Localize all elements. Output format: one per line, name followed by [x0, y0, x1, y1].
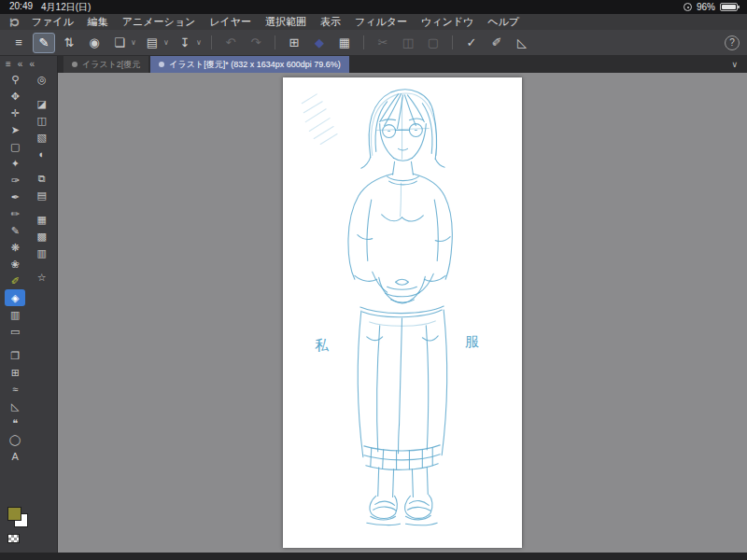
drawing-canvas[interactable]: 私 服: [283, 77, 522, 548]
text-tool-icon[interactable]: A: [5, 448, 25, 465]
eraser-hard-icon[interactable]: ◪: [32, 95, 52, 112]
color-swatches: [0, 503, 57, 553]
toolbar-icon: [211, 35, 212, 49]
bottom-edge-bar: [0, 553, 747, 560]
paste-icon[interactable]: ▢: [422, 33, 444, 53]
auto-select-tool-icon[interactable]: ✦: [5, 155, 25, 172]
menu-item[interactable]: 編集: [88, 15, 108, 29]
ellipse-tool-icon[interactable]: ◯: [5, 431, 25, 448]
menu-item[interactable]: レイヤー: [209, 15, 251, 29]
palette-icon: [32, 261, 52, 269]
toolbar-icon: [275, 35, 275, 49]
decoration-tool-icon[interactable]: ❀: [5, 256, 25, 273]
undo-icon[interactable]: ↶: [219, 33, 242, 53]
fill-tool-icon[interactable]: ◈: [5, 289, 25, 306]
new-canvas-chevron[interactable]: ∨: [129, 33, 138, 53]
canvas-workspace[interactable]: 私 服: [58, 73, 747, 553]
selection-tool-icon[interactable]: ▢: [5, 138, 25, 155]
quick-share-icon[interactable]: ◉: [83, 33, 106, 53]
collapse-palette-icon-2[interactable]: «: [29, 59, 35, 69]
import-icon[interactable]: ▤: [141, 33, 163, 53]
cut-icon[interactable]: ✂: [372, 33, 394, 53]
menu-item[interactable]: ウィンドウ: [421, 15, 473, 29]
menu-item[interactable]: アニメーション: [122, 15, 196, 29]
palette-icon: [32, 203, 52, 211]
navigator-palette-icon[interactable]: ▦: [32, 211, 52, 228]
palette-icon: [32, 88, 52, 95]
blend-tool-icon[interactable]: ❐: [5, 347, 25, 364]
quick-access-icon[interactable]: ◎: [32, 71, 52, 88]
move-layer-tool-icon[interactable]: ✛: [5, 105, 25, 121]
color-set-icon[interactable]: ▩: [32, 228, 52, 245]
transparent-color-swatch[interactable]: [7, 534, 20, 543]
figure-tool-icon[interactable]: ▭: [5, 323, 25, 340]
command-bar-icons: ≡✎⇅◉❏∨▤∨↧∨↶↷⊞◆▦✂◫▢✓✐◺: [7, 33, 533, 53]
canvas-tab-bar: イラスト2[復元 イラスト[復元]* (832 x 1634px 600dpi …: [58, 56, 747, 73]
palette-header: ≡ « «: [0, 56, 57, 71]
window-layout-icon[interactable]: ⊞: [283, 33, 305, 53]
battery-icon: [720, 3, 738, 11]
correct-line-tool-icon[interactable]: ≈: [5, 381, 25, 398]
menu-item[interactable]: 表示: [320, 15, 341, 29]
brush-tool-icon[interactable]: ✎: [5, 222, 25, 239]
airbrush-tool-icon[interactable]: ❋: [5, 239, 25, 256]
selection-launcher-icon[interactable]: ◆: [308, 33, 331, 53]
object-tool-icon[interactable]: ➤: [5, 121, 25, 138]
canvas-sketch: 私 服: [283, 77, 522, 548]
balloon-tool-icon[interactable]: ❝: [5, 414, 25, 431]
palette-icon: [32, 162, 52, 170]
unsaved-indicator-icon[interactable]: [159, 62, 164, 67]
layers-palette-icon[interactable]: ⧉: [32, 170, 52, 187]
import-chevron[interactable]: ∨: [162, 33, 171, 53]
pencil-tool-icon[interactable]: ✏: [5, 205, 25, 222]
redo-icon[interactable]: ↷: [245, 33, 267, 53]
ruler-pen-icon[interactable]: ✐: [486, 33, 508, 53]
frame-border-tool-icon[interactable]: ⊞: [5, 364, 25, 381]
pen-tool-icon[interactable]: ✒: [5, 189, 25, 205]
main-menu-icon[interactable]: ≡: [7, 33, 30, 53]
menu-item[interactable]: ファイル: [32, 15, 74, 29]
menu-item[interactable]: フィルター: [355, 15, 407, 29]
tool-switch-chevrons[interactable]: ⇅: [58, 33, 80, 53]
clip-studio-logo[interactable]: Ω: [7, 18, 21, 27]
canvas-tab[interactable]: イラスト2[復元: [63, 56, 148, 73]
zoom-tool-icon[interactable]: ⚲: [5, 71, 25, 88]
save-chevron[interactable]: ∨: [194, 33, 204, 53]
save-icon[interactable]: ↧: [174, 33, 196, 53]
perspective-ruler-icon[interactable]: ◺: [511, 33, 533, 53]
layer-property-icon[interactable]: ▤: [32, 187, 52, 203]
collapse-palette-icon[interactable]: «: [18, 59, 23, 69]
tool-icon: [5, 340, 25, 347]
crop-icon[interactable]: ▦: [333, 33, 356, 53]
timeline-icon[interactable]: ▥: [32, 245, 52, 261]
eraser-rough-icon[interactable]: ▧: [32, 129, 52, 146]
eyedropper-tool-icon[interactable]: ✑: [5, 172, 25, 189]
new-canvas-icon[interactable]: ❏: [108, 33, 131, 53]
material-palette-icon[interactable]: ☆: [32, 269, 52, 286]
sketch-label-right: 服: [465, 334, 479, 349]
gradient-tool-icon[interactable]: ▥: [5, 306, 25, 323]
blend-sub-icon[interactable]: ◐: [32, 146, 52, 162]
menu-items: ファイル編集アニメーションレイヤー選択範囲表示フィルターウィンドウヘルプ: [32, 15, 519, 29]
help-icon[interactable]: ?: [725, 35, 740, 50]
menu-item[interactable]: ヘルプ: [487, 15, 519, 29]
palette-menu-icon[interactable]: ≡: [6, 59, 11, 69]
hand-tool-icon[interactable]: ✥: [5, 88, 25, 105]
status-date: 4月12日(日): [41, 1, 91, 14]
main-color-swatch[interactable]: [7, 507, 21, 521]
copy-icon[interactable]: ◫: [397, 33, 419, 53]
eraser-soft-icon[interactable]: ◫: [32, 112, 52, 129]
menu-item[interactable]: 選択範囲: [265, 15, 306, 29]
snap-check-icon[interactable]: ✓: [460, 33, 483, 53]
tab-overflow-chevron-icon[interactable]: ∨: [731, 60, 738, 69]
orientation-lock-icon: [684, 3, 692, 11]
unsaved-indicator-icon[interactable]: [72, 62, 78, 67]
canvas-tab[interactable]: イラスト[復元]* (832 x 1634px 600dpi 79.6%): [150, 56, 348, 73]
main-sub-color-swatches: [7, 507, 30, 529]
ipad-status-bar: 20:49 4月12日(日) 96%: [0, 0, 747, 14]
ruler-tool-icon[interactable]: ◺: [5, 398, 25, 414]
operation-tool-button[interactable]: ✎: [33, 33, 55, 53]
canvas-tabs: イラスト2[復元 イラスト[復元]* (832 x 1634px 600dpi …: [63, 56, 351, 73]
battery-percent: 96%: [697, 2, 715, 12]
marker-tool-icon[interactable]: ✐: [5, 273, 25, 289]
